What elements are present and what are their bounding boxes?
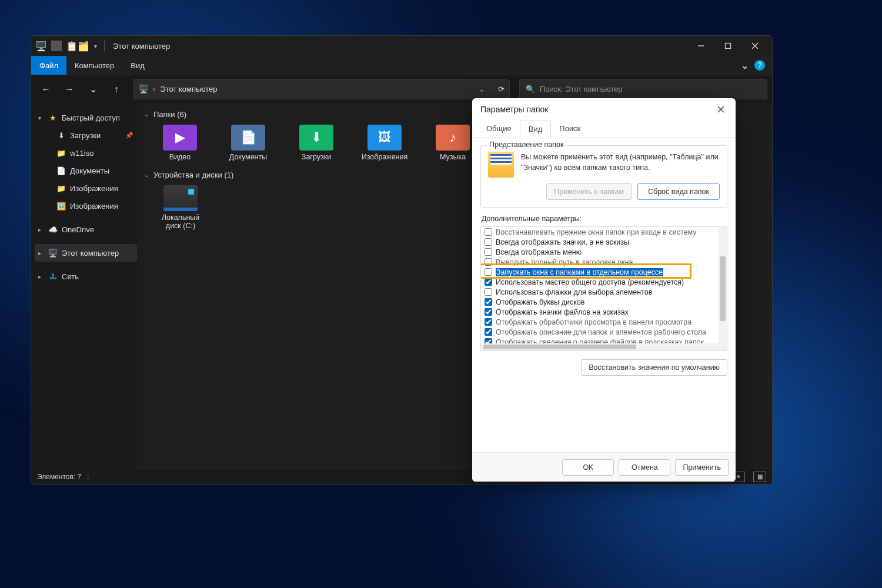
sidebar-item-this-pc[interactable]: ▸ 🖥️ Этот компьютер xyxy=(35,244,137,262)
restore-defaults-button[interactable]: Восстановить значения по умолчанию xyxy=(581,359,727,376)
menu-view[interactable]: Вид xyxy=(122,56,153,75)
sidebar-item-pictures-2[interactable]: 🖼️ Изображения xyxy=(35,197,137,215)
maximize-button[interactable] xyxy=(714,36,741,56)
titlebar-divider xyxy=(51,41,62,51)
advanced-option[interactable]: Использовать мастер общего доступа (реко… xyxy=(483,277,719,287)
option-checkbox[interactable] xyxy=(485,248,492,256)
sidebar-item-pictures-1[interactable]: 📁 Изображения xyxy=(35,179,137,197)
option-checkbox[interactable] xyxy=(485,288,492,296)
apply-to-folders-button[interactable]: Применить к папкам xyxy=(546,183,632,200)
minimize-button[interactable] xyxy=(687,36,714,56)
search-placeholder: Поиск: Этот компьютер xyxy=(540,85,622,93)
address-bar[interactable]: 🖥️ › Этот компьютер ⌄ ⟳ xyxy=(133,79,510,99)
folder-documents[interactable]: 📄Документы xyxy=(223,125,273,161)
option-checkbox[interactable] xyxy=(485,228,492,236)
advanced-option[interactable]: Запускать окна с папками в отдельном про… xyxy=(483,267,719,277)
drive-c[interactable]: Локальный диск (C:) xyxy=(155,185,206,230)
titlebar: 🖥️ 📋 🗂️ ▾ Этот компьютер xyxy=(31,36,772,56)
vertical-scrollbar[interactable] xyxy=(719,227,727,343)
option-label: Отображать обработчики просмотра в панел… xyxy=(496,318,691,326)
dialog-titlebar: Параметры папок xyxy=(472,98,736,121)
chevron-down-icon[interactable]: ⌄ xyxy=(144,172,149,178)
advanced-option[interactable]: Восстанавливать прежние окна папок при в… xyxy=(483,227,719,237)
tab-view[interactable]: Вид xyxy=(520,121,552,138)
chevron-down-icon[interactable]: ▾ xyxy=(38,115,44,121)
advanced-option[interactable]: Отображать буквы дисков xyxy=(483,297,719,307)
option-label: Отображать значки файлов на эскизах xyxy=(496,308,629,316)
tab-search[interactable]: Поиск xyxy=(551,121,589,138)
sidebar-item-w11iso[interactable]: 📁 w11iso xyxy=(35,144,137,162)
tab-general[interactable]: Общие xyxy=(478,121,520,138)
option-label: Восстанавливать прежние окна папок при в… xyxy=(496,228,696,236)
reset-folders-button[interactable]: Сброс вида папок xyxy=(637,183,720,200)
apply-button[interactable]: Применить xyxy=(675,459,729,476)
chevron-right-icon[interactable]: ▸ xyxy=(38,273,44,280)
sidebar-item-quick-access[interactable]: ▾ ★ Быстрый доступ xyxy=(35,109,137,126)
ok-button[interactable]: OK xyxy=(562,459,614,476)
search-box[interactable]: 🔍 Поиск: Этот компьютер xyxy=(519,79,767,99)
folder-pictures[interactable]: 🖼Изображения xyxy=(359,125,410,161)
option-checkbox[interactable] xyxy=(485,258,492,266)
chevron-right-icon[interactable]: ▸ xyxy=(38,250,44,256)
address-dropdown-icon[interactable]: ⌄ xyxy=(479,85,485,93)
quick-access-toolbar: 🖥️ 📋 🗂️ ▾ xyxy=(36,41,101,51)
chevron-down-icon[interactable]: ⌄ xyxy=(144,111,149,118)
option-checkbox[interactable] xyxy=(485,238,492,246)
refresh-icon[interactable]: ⟳ xyxy=(498,85,505,93)
sidebar-item-downloads[interactable]: ⬇ Загрузки 📌 xyxy=(35,126,137,144)
close-button[interactable] xyxy=(741,36,769,56)
dialog-footer: OK Отмена Применить xyxy=(472,452,736,482)
sidebar-item-network[interactable]: ▸ 🖧 Сеть xyxy=(35,268,137,285)
view-icons-button[interactable]: ▦ xyxy=(753,472,766,482)
advanced-option[interactable]: Отображать сведения о размере файлов в п… xyxy=(483,337,719,343)
tile-label: Локальный диск (C:) xyxy=(155,213,206,230)
folder-icon[interactable]: 🗂️ xyxy=(78,41,89,51)
option-checkbox[interactable] xyxy=(485,268,492,276)
dialog-close-button[interactable] xyxy=(712,101,730,118)
ribbon-expand-icon[interactable]: ⌄ xyxy=(737,56,752,75)
advanced-option[interactable]: Выводить полный путь в заголовке окна xyxy=(483,257,719,267)
advanced-option[interactable]: Использовать флажки для выбора элементов xyxy=(483,287,719,297)
sidebar-item-documents[interactable]: 📄 Документы xyxy=(35,162,137,179)
back-button[interactable]: ← xyxy=(36,79,56,99)
advanced-option[interactable]: Отображать обработчики просмотра в панел… xyxy=(483,317,719,327)
ribbon-tabs: Файл Компьютер Вид ⌄ ? xyxy=(31,56,772,75)
up-button[interactable]: ↑ xyxy=(106,79,126,99)
menu-file[interactable]: Файл xyxy=(31,56,66,75)
breadcrumb-location[interactable]: Этот компьютер xyxy=(160,85,217,93)
cancel-button[interactable]: Отмена xyxy=(619,459,670,476)
chevron-right-icon[interactable]: ▸ xyxy=(38,226,44,233)
advanced-settings-label: Дополнительные параметры: xyxy=(482,215,727,223)
folder-icon: 📁 xyxy=(56,149,66,158)
advanced-option[interactable]: Отображать значки файлов на эскизах xyxy=(483,307,719,317)
advanced-option[interactable]: Всегда отображать меню xyxy=(483,247,719,257)
horizontal-scrollbar[interactable] xyxy=(481,343,727,350)
folder-downloads[interactable]: ⬇Загрузки xyxy=(291,125,342,161)
folder-icon: 📁 xyxy=(56,184,66,193)
menu-computer[interactable]: Компьютер xyxy=(66,56,122,75)
option-checkbox[interactable] xyxy=(485,298,492,306)
scrollbar-thumb[interactable] xyxy=(483,345,636,349)
option-checkbox[interactable] xyxy=(485,318,492,326)
chevron-down-icon[interactable]: ▾ xyxy=(90,41,101,51)
advanced-settings-list[interactable]: Восстанавливать прежние окна папок при в… xyxy=(480,226,727,351)
pictures-icon: 🖼️ xyxy=(56,202,66,211)
sidebar-item-label: Быстрый доступ xyxy=(62,113,120,122)
advanced-option[interactable]: Всегда отображать значки, а не эскизы xyxy=(483,237,719,247)
dialog-title: Параметры папок xyxy=(480,105,548,114)
help-icon[interactable]: ? xyxy=(752,56,767,75)
option-checkbox[interactable] xyxy=(485,338,492,343)
option-checkbox[interactable] xyxy=(485,278,492,286)
scrollbar-thumb[interactable] xyxy=(720,256,726,321)
sidebar-item-onedrive[interactable]: ▸ ☁️ OneDrive xyxy=(35,220,137,238)
folder-video[interactable]: ▶Видео xyxy=(155,125,205,161)
option-label: Отображать описание для папок и элементо… xyxy=(496,328,706,336)
option-checkbox[interactable] xyxy=(485,308,492,316)
option-label: Отображать буквы дисков xyxy=(496,298,585,306)
option-checkbox[interactable] xyxy=(485,328,492,336)
forward-button[interactable]: → xyxy=(59,79,79,99)
properties-icon[interactable]: 📋 xyxy=(66,41,77,51)
recent-locations-button[interactable]: ⌄ xyxy=(83,79,103,99)
folder-music[interactable]: ♪Музыка xyxy=(427,125,478,161)
advanced-option[interactable]: Отображать описание для папок и элементо… xyxy=(483,327,719,337)
